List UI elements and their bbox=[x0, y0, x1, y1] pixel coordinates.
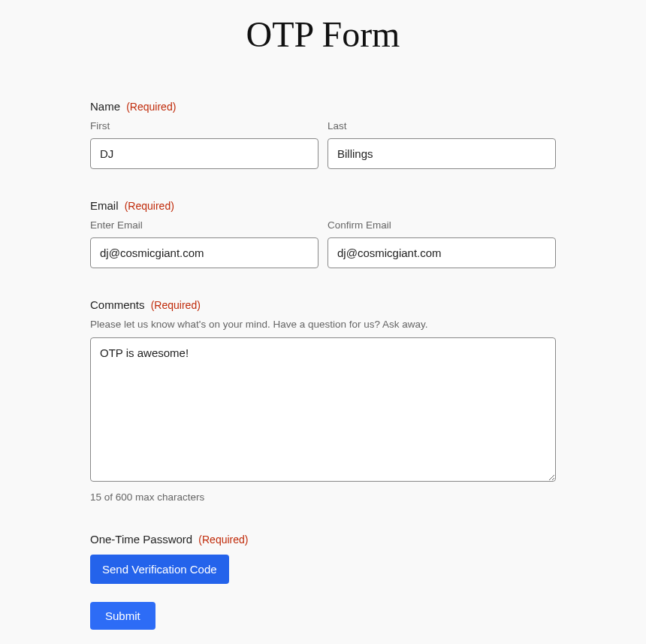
enter-email-input[interactable] bbox=[90, 237, 318, 268]
comments-textarea[interactable] bbox=[90, 337, 556, 482]
last-name-sublabel: Last bbox=[328, 120, 556, 132]
comments-label: Comments (Required) bbox=[90, 298, 556, 311]
name-required-indicator: (Required) bbox=[126, 101, 176, 113]
send-verification-button[interactable]: Send Verification Code bbox=[90, 555, 229, 584]
page-title: OTP Form bbox=[90, 0, 556, 100]
otp-label-text: One-Time Password bbox=[90, 533, 192, 546]
comments-counter: 15 of 600 max characters bbox=[90, 491, 556, 503]
confirm-email-input[interactable] bbox=[328, 237, 556, 268]
email-required-indicator: (Required) bbox=[125, 200, 174, 212]
comments-required-indicator: (Required) bbox=[151, 299, 201, 311]
submit-button[interactable]: Submit bbox=[90, 602, 155, 630]
enter-email-sublabel: Enter Email bbox=[90, 219, 318, 231]
comments-helper: Please let us know what's on your mind. … bbox=[90, 319, 556, 330]
email-label-text: Email bbox=[90, 199, 119, 212]
otp-label: One-Time Password (Required) bbox=[90, 533, 556, 546]
name-label: Name (Required) bbox=[90, 100, 556, 113]
name-label-text: Name bbox=[90, 100, 120, 113]
comments-section: Comments (Required) Please let us know w… bbox=[90, 298, 556, 503]
otp-required-indicator: (Required) bbox=[198, 534, 248, 546]
first-name-sublabel: First bbox=[90, 120, 318, 132]
name-section: Name (Required) First Last bbox=[90, 100, 556, 169]
last-name-input[interactable] bbox=[328, 138, 556, 169]
confirm-email-sublabel: Confirm Email bbox=[328, 219, 556, 231]
email-section: Email (Required) Enter Email Confirm Ema… bbox=[90, 199, 556, 268]
email-label: Email (Required) bbox=[90, 199, 556, 212]
first-name-input[interactable] bbox=[90, 138, 318, 169]
comments-label-text: Comments bbox=[90, 298, 145, 311]
otp-section: One-Time Password (Required) Send Verifi… bbox=[90, 533, 556, 584]
